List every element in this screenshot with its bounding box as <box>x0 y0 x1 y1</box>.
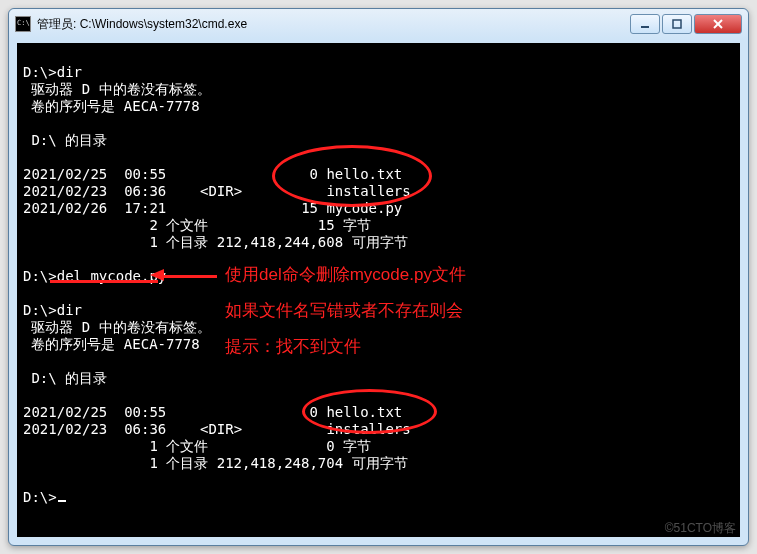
maximize-icon <box>672 19 682 29</box>
window-controls <box>630 14 742 34</box>
minimize-icon <box>640 19 650 29</box>
cursor <box>58 500 66 502</box>
cmd-icon <box>15 16 31 32</box>
svg-rect-1 <box>673 20 681 28</box>
svg-rect-0 <box>641 26 649 28</box>
minimize-button[interactable] <box>630 14 660 34</box>
terminal-output[interactable]: D:\>dir 驱动器 D 中的卷没有标签。 卷的序列号是 AECA-7778 … <box>17 43 740 537</box>
window-title: 管理员: C:\Windows\system32\cmd.exe <box>37 16 630 33</box>
cmd-window: 管理员: C:\Windows\system32\cmd.exe D:\>dir… <box>8 8 749 546</box>
close-button[interactable] <box>694 14 742 34</box>
maximize-button[interactable] <box>662 14 692 34</box>
watermark: ©51CTO博客 <box>665 520 736 537</box>
titlebar: 管理员: C:\Windows\system32\cmd.exe <box>9 9 748 39</box>
close-icon <box>712 18 724 30</box>
